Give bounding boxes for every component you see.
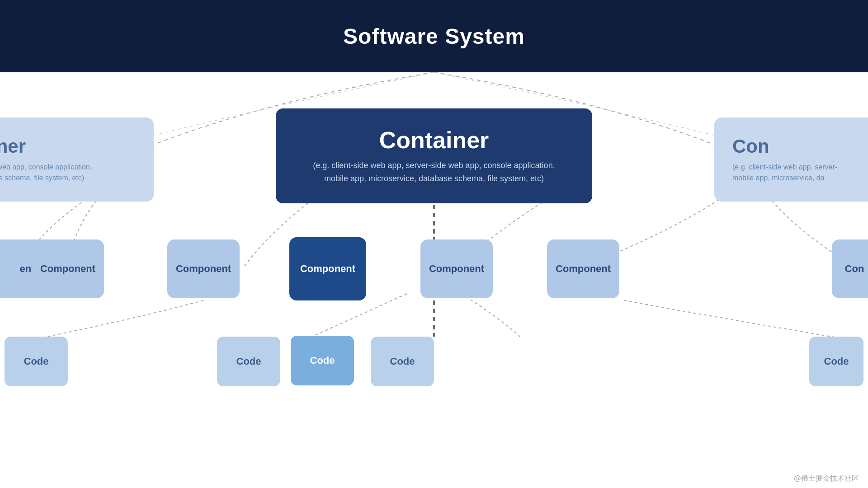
component-label-left: Component — [40, 263, 95, 275]
component-label-far-right: Con — [845, 263, 864, 275]
code-label-far-right: Code — [824, 356, 849, 367]
component-label-center-right: Component — [429, 263, 484, 275]
component-box-left: Component — [32, 239, 104, 298]
container-right-subtitle: (e.g. client-side web app, server-mobile… — [732, 162, 868, 183]
code-box-center-right: Code — [371, 337, 434, 386]
component-label-center-left: Component — [176, 263, 231, 275]
code-label-center-right: Code — [390, 356, 415, 367]
container-box-center: Container (e.g. client-side web app, ser… — [276, 108, 592, 203]
container-right-title: Con — [732, 136, 868, 157]
page-header: Software System — [0, 0, 868, 72]
code-label-center: Code — [310, 355, 335, 366]
container-center-title: Container — [303, 127, 565, 154]
page-title: Software System — [343, 24, 525, 49]
code-box-far-left: Code — [5, 337, 68, 386]
component-box-far-right: Con — [832, 239, 868, 298]
container-left-subtitle: e web app, console application,ase schem… — [0, 162, 136, 183]
watermark: @稀土掘金技术社区 — [794, 474, 859, 483]
component-box-center-right: Component — [420, 239, 493, 298]
code-box-center: Code — [291, 336, 354, 385]
code-label-far-left: Code — [24, 356, 49, 367]
code-box-far-right: Code — [809, 337, 863, 386]
code-box-center-left: Code — [217, 337, 280, 386]
component-label-right: Component — [556, 263, 611, 275]
container-left-title: iner — [0, 136, 136, 157]
component-box-right: Component — [547, 239, 619, 298]
diagram-canvas: iner e web app, console application,ase … — [0, 72, 868, 488]
container-box-right: Con (e.g. client-side web app, server-mo… — [714, 117, 868, 202]
container-center-subtitle: (e.g. client-side web app, server-side w… — [303, 159, 565, 185]
component-label-center: Component — [300, 263, 355, 275]
component-box-center-left: Component — [167, 239, 240, 298]
container-box-left: iner e web app, console application,ase … — [0, 117, 154, 202]
component-box-center: Component — [289, 237, 366, 300]
code-label-center-left: Code — [236, 356, 261, 367]
